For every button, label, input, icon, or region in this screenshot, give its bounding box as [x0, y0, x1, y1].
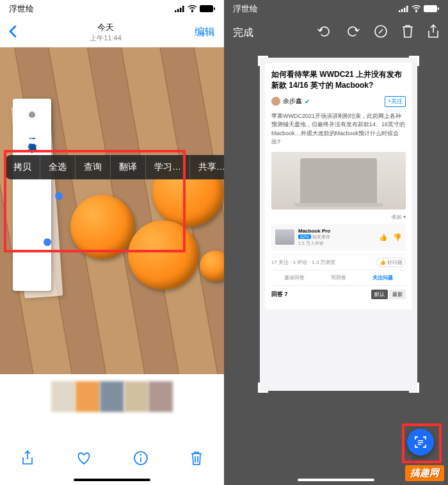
author-name: 余步鑫: [283, 97, 302, 106]
recommend-text: 知友推荐: [312, 234, 330, 239]
write-answer-button[interactable]: 写回答: [331, 274, 346, 281]
crop-handle-top-right[interactable]: [409, 56, 419, 66]
question-body: 苹果WWDC2021开场演讲刚刚结束，此前网上各种预测铺天盖地，但最终并没有发布…: [271, 112, 406, 147]
photo-header: 今天 上午11:44 编辑: [0, 18, 224, 47]
popover-share[interactable]: 共享…: [190, 155, 224, 179]
question-actions: 邀请回答 写回答 关注问题: [271, 270, 406, 285]
tag-text: 你住游乐场!: [26, 137, 38, 140]
home-indicator[interactable]: [298, 479, 374, 481]
svg-rect-19: [418, 444, 421, 445]
sort-default-tab[interactable]: 默认: [371, 290, 388, 299]
question-title[interactable]: 如何看待苹果 WWDC21 上并没有发布新款 14/16 英寸的 Macbook…: [271, 69, 406, 91]
text-selection-handle-start[interactable]: [55, 192, 63, 200]
answer-count: 回答 7: [271, 290, 288, 299]
thumbnail[interactable]: [124, 381, 148, 412]
recommend-badge: 82%: [298, 234, 311, 239]
status-indicators: [399, 4, 439, 14]
trash-icon[interactable]: [402, 24, 413, 41]
signal-icon: [175, 4, 185, 14]
share-icon[interactable]: [428, 24, 439, 41]
question-image[interactable]: [271, 152, 406, 210]
done-button[interactable]: 完成: [233, 26, 253, 40]
live-text-fab[interactable]: [407, 429, 434, 456]
markup-header: 完成: [224, 18, 448, 47]
fullscreen-icon: [414, 436, 427, 448]
wifi-icon: [188, 4, 197, 14]
svg-point-4: [192, 11, 193, 12]
svg-rect-3: [182, 6, 184, 12]
avatar: [271, 97, 280, 106]
popover-lookup[interactable]: 查询: [76, 155, 111, 179]
invite-answer-button[interactable]: 邀请回答: [284, 274, 305, 281]
crop-handle-bottom-left[interactable]: [258, 382, 268, 393]
photo-toolbar: [0, 445, 224, 473]
svg-rect-12: [406, 6, 408, 12]
photo-viewer[interactable]: 你住游乐场! 拷贝 全选 查询 翻译 学习… 共享…: [0, 47, 224, 374]
svg-rect-0: [175, 10, 177, 12]
home-indicator[interactable]: [74, 479, 150, 481]
stat-comment: 1 评论: [293, 259, 308, 265]
thumbnail[interactable]: [51, 381, 76, 412]
popover-copy[interactable]: 拷贝: [5, 155, 40, 179]
photo-day: 今天: [90, 22, 122, 33]
follow-question-button[interactable]: 关注问题: [372, 274, 393, 281]
thumbnail[interactable]: [100, 381, 124, 412]
status-bar: 浮世绘: [0, 0, 224, 18]
follow-button[interactable]: +关注: [385, 96, 406, 107]
battery-icon: [424, 4, 439, 14]
popover-learn[interactable]: 学习…: [146, 155, 190, 179]
text-selection-handle-end[interactable]: [44, 238, 51, 246]
good-question-button[interactable]: 👍 好问题: [376, 258, 406, 267]
popover-translate[interactable]: 翻译: [111, 155, 146, 179]
svg-rect-2: [180, 8, 182, 12]
back-button[interactable]: [9, 25, 17, 40]
photos-app-screen: 浮世绘 今天 上午11:44 编辑 你住游乐场!: [0, 0, 224, 485]
thumbnail[interactable]: [148, 381, 173, 412]
thumbnail[interactable]: [76, 381, 100, 412]
product-thumbnail: [275, 229, 294, 245]
answers-header: 回答 7 默认 最新: [271, 285, 406, 303]
question-card: 如何看待苹果 WWDC21 上并没有发布新款 14/16 英寸的 Macbook…: [265, 63, 412, 309]
thumb-up-icon[interactable]: 👍: [379, 233, 388, 242]
product-rating: 1.5 万人评价: [298, 240, 375, 247]
undo-icon[interactable]: [317, 24, 332, 41]
laptop-illustration: [300, 158, 377, 203]
crop-handle-top-left[interactable]: [258, 56, 268, 66]
screenshot-crop-area[interactable]: 如何看待苹果 WWDC21 上并没有发布新款 14/16 英寸的 Macbook…: [260, 58, 417, 391]
watermark: 搞趣网: [405, 465, 444, 481]
sort-latest-tab[interactable]: 最新: [389, 290, 406, 299]
svg-point-8: [141, 455, 141, 456]
thumb-down-icon[interactable]: 👎: [393, 233, 402, 242]
price-tag: 你住游乐场!: [13, 99, 51, 291]
popover-select-all[interactable]: 全选: [40, 155, 76, 179]
product-name: Macbook Pro: [298, 228, 375, 234]
status-indicators: [175, 4, 215, 14]
trash-icon[interactable]: [190, 450, 203, 468]
svg-rect-14: [424, 5, 437, 12]
battery-icon: [200, 4, 215, 14]
stats-row: 17 关注 · 1 评论 · 1.3 万浏览 👍 好问题: [271, 254, 406, 270]
screenshot-markup-screen: 浮世绘 完成: [224, 0, 448, 485]
heart-icon[interactable]: [76, 451, 92, 468]
carrier-label: 浮世绘: [233, 3, 258, 15]
svg-rect-5: [200, 5, 213, 12]
thumbnail-strip[interactable]: [0, 378, 224, 415]
svg-rect-6: [214, 7, 215, 10]
share-icon[interactable]: [21, 450, 34, 468]
svg-rect-9: [399, 10, 401, 12]
svg-rect-15: [438, 7, 439, 10]
orange-object: [128, 220, 198, 290]
edit-button[interactable]: 编辑: [195, 26, 215, 39]
product-card[interactable]: Macbook Pro 82% 知友推荐 1.5 万人评价 👍 👎: [271, 224, 406, 251]
author-block[interactable]: 余步鑫 ✔: [271, 97, 310, 106]
crop-handle-bottom-right[interactable]: [409, 382, 419, 393]
stat-follow: 17 关注: [271, 259, 289, 265]
markup-pen-icon[interactable]: [374, 24, 388, 41]
info-icon[interactable]: [134, 451, 148, 468]
photo-time: 上午11:44: [90, 33, 122, 43]
status-bar: 浮世绘: [224, 0, 448, 18]
verified-badge-icon: ✔: [305, 98, 310, 105]
collapse-button[interactable]: 收起 ▾: [271, 213, 406, 220]
redo-icon[interactable]: [346, 24, 360, 41]
text-context-menu: 拷贝 全选 查询 翻译 学习… 共享…: [5, 155, 224, 179]
